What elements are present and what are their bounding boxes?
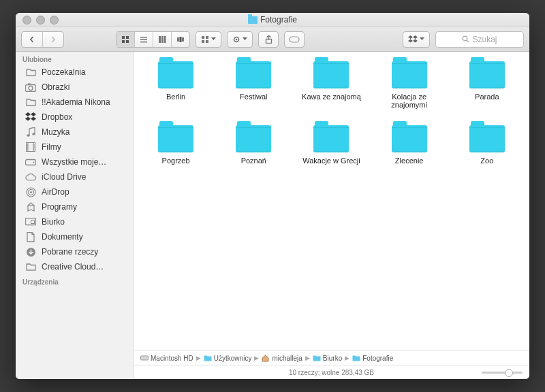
folder-icon <box>248 16 258 24</box>
coverflow-view-button[interactable] <box>172 32 189 47</box>
cloud-icon <box>25 172 36 182</box>
coverflow-icon <box>176 35 185 44</box>
minimize-button[interactable] <box>36 16 45 24</box>
tags-button[interactable] <box>284 31 305 48</box>
svg-rect-12 <box>182 37 184 42</box>
folder-item[interactable]: Parada <box>453 61 521 109</box>
status-text: 10 rzeczy; wolne 283,43 GB <box>289 369 374 376</box>
search-field[interactable]: Szukaj <box>435 31 524 48</box>
sidebar-item[interactable]: Pobrane rzeczy <box>16 244 133 259</box>
path-segment[interactable]: Macintosh HD <box>140 355 193 362</box>
folder-label: Zoo <box>480 157 493 165</box>
sidebar-item-label: Poczekalnia <box>42 67 86 77</box>
back-button[interactable] <box>22 32 43 47</box>
toolbar: Szukaj <box>16 27 529 52</box>
folder-item[interactable]: Festiwal <box>219 61 287 109</box>
svg-rect-25 <box>28 83 31 85</box>
sidebar-item[interactable]: AirDrop <box>16 184 133 199</box>
folder-icon <box>25 67 36 77</box>
folder-content[interactable]: BerlinFestiwalKawa ze znajomąKolacja ze … <box>134 52 529 350</box>
svg-rect-16 <box>206 40 208 43</box>
folder-icon <box>469 125 505 152</box>
arrange-menu[interactable] <box>196 31 221 48</box>
search-icon <box>462 35 469 43</box>
folder-icon <box>25 262 36 272</box>
arrange-icon <box>201 35 209 44</box>
sidebar-item[interactable]: Programy <box>16 199 133 214</box>
sidebar-item[interactable]: Creative Cloud… <box>16 259 133 274</box>
sidebar-item[interactable]: iCloud Drive <box>16 169 133 184</box>
close-button[interactable] <box>22 16 31 24</box>
airdrop-icon <box>25 187 36 197</box>
sidebar-item-label: Pobrane rzeczy <box>42 247 98 257</box>
list-view-button[interactable] <box>135 32 153 47</box>
path-segment[interactable]: Fotografie <box>352 355 393 362</box>
chevron-right-icon <box>50 36 57 43</box>
list-icon <box>140 35 148 44</box>
folder-item[interactable]: Kolacja ze znajomymi <box>375 61 443 109</box>
gear-icon <box>232 35 240 44</box>
folder-item[interactable]: Wakacje w Grecji <box>297 125 365 165</box>
svg-rect-13 <box>202 36 204 39</box>
path-segment[interactable]: Biurko <box>313 355 342 362</box>
forward-button[interactable] <box>43 32 63 47</box>
sidebar-item[interactable]: Muzyka <box>16 125 133 140</box>
path-label: Biurko <box>323 355 342 362</box>
desktop-icon <box>25 217 36 227</box>
path-label: Użytkownicy <box>214 355 252 362</box>
sidebar-item[interactable]: Biurko <box>16 214 133 229</box>
folder-item[interactable]: Berlin <box>142 61 210 109</box>
sidebar-item-label: Creative Cloud… <box>42 262 104 272</box>
zoom-slider[interactable] <box>482 372 523 374</box>
column-view-button[interactable] <box>153 32 172 47</box>
svg-rect-9 <box>164 36 166 43</box>
svg-point-21 <box>463 36 468 41</box>
disk-icon <box>25 157 36 167</box>
svg-rect-4 <box>140 37 147 38</box>
path-segment[interactable]: Użytkownicy <box>204 355 252 362</box>
sidebar-item-label: iCloud Drive <box>42 172 86 182</box>
sidebar-item[interactable]: Filmy <box>16 140 133 154</box>
folder-item[interactable]: Pogrzeb <box>142 125 210 165</box>
folder-item[interactable]: Zlecenie <box>375 125 443 165</box>
folder-icon <box>158 61 193 88</box>
folder-icon <box>392 61 427 88</box>
folder-label: Kolacja ze znajomymi <box>375 93 443 109</box>
search-placeholder: Szukaj <box>472 35 497 44</box>
sidebar-item-label: Wszystkie moje… <box>42 157 106 167</box>
window-title-text: Fotografie <box>260 15 297 24</box>
zoom-button[interactable] <box>50 16 59 24</box>
folder-item[interactable]: Poznań <box>219 125 287 165</box>
sidebar-favorites-heading: Ulubione <box>16 52 133 65</box>
film-icon <box>25 142 36 152</box>
folder-icon <box>313 125 349 152</box>
sidebar-item[interactable]: Obrazki <box>16 80 133 95</box>
action-menu[interactable] <box>227 31 253 48</box>
view-switcher <box>116 31 190 48</box>
folder-icon <box>25 97 36 107</box>
folder-item[interactable]: Zoo <box>453 125 521 165</box>
folder-icon <box>352 355 360 361</box>
chevron-right-icon: ▶ <box>345 355 349 361</box>
svg-rect-7 <box>159 36 161 43</box>
hd-icon <box>140 355 149 361</box>
dropbox-menu[interactable] <box>403 31 430 48</box>
folder-item[interactable]: Kawa ze znajomą <box>297 61 365 109</box>
sidebar-item[interactable]: Wszystkie moje… <box>16 154 133 169</box>
svg-point-24 <box>29 86 33 90</box>
svg-rect-15 <box>202 40 204 43</box>
folder-icon <box>236 61 271 88</box>
sidebar-item-label: Dokumenty <box>42 232 83 242</box>
home-icon <box>262 355 270 361</box>
sidebar-item[interactable]: Dokumenty <box>16 229 133 244</box>
svg-rect-8 <box>161 36 164 43</box>
svg-rect-11 <box>180 37 182 42</box>
path-segment[interactable]: michalleja <box>262 355 302 362</box>
tag-icon <box>289 36 300 43</box>
icon-view-button[interactable] <box>116 32 135 47</box>
sidebar-item[interactable]: Dropbox <box>16 110 133 125</box>
sidebar-item-label: Muzyka <box>42 127 69 137</box>
sidebar-item[interactable]: !!Akademia Nikona <box>16 95 133 110</box>
share-button[interactable] <box>258 31 279 48</box>
sidebar-item[interactable]: Poczekalnia <box>16 65 133 80</box>
